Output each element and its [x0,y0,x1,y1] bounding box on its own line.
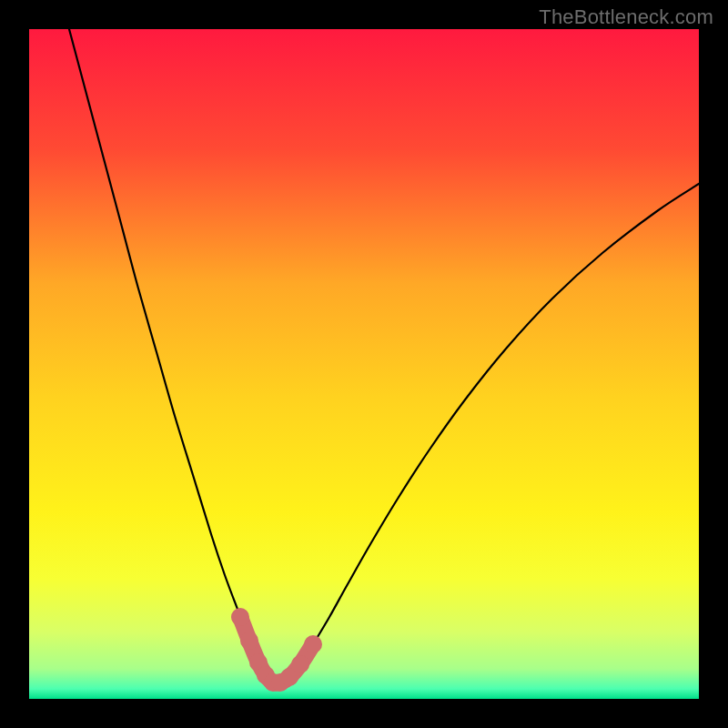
trough-marker [304,635,322,653]
plot-area [29,29,699,699]
chart-svg [29,29,699,699]
gradient-background [29,29,699,699]
trough-marker [291,655,309,673]
trough-marker [231,608,249,626]
trough-marker [240,632,258,650]
chart-frame: TheBottleneck.com [0,0,728,728]
watermark-text: TheBottleneck.com [539,5,713,29]
